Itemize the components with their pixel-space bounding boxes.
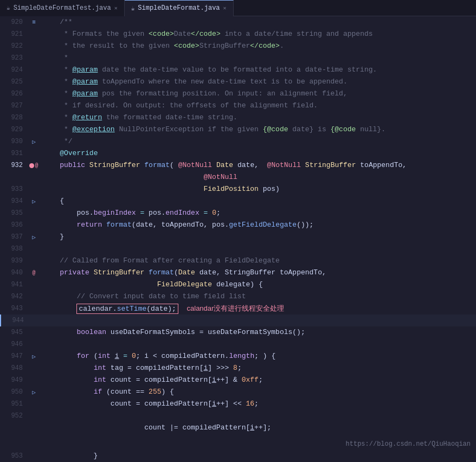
gutter-938 (27, 243, 41, 255)
gutter-922 (27, 40, 41, 52)
fold-icon-920[interactable]: ≡ (32, 19, 36, 25)
lines-wrapper: 920 ≡ /** 921 * Formats the given <code>… (0, 16, 476, 462)
java-icon-1: ☕ (7, 4, 10, 11)
code-951: count = compiledPattern[i++] << 16; (41, 398, 476, 410)
fold-icon-947[interactable]: ▷ (32, 353, 36, 360)
gutter-934: ▷ (27, 195, 41, 207)
fold-icon-950[interactable]: ▷ (32, 389, 36, 396)
gutter-948 (27, 362, 41, 374)
code-950: if (count == 255) { (41, 386, 476, 398)
line-921: 921 * Formats the given <code>Date</code… (0, 28, 476, 40)
linenum-932-cont (0, 171, 27, 183)
gutter-943 (27, 303, 41, 315)
fold-icon-930[interactable]: ▷ (32, 138, 36, 145)
linenum-921: 921 (0, 28, 27, 40)
gutter-931 (27, 147, 41, 159)
line-920: 920 ≡ /** (0, 16, 476, 28)
gutter-939 (27, 255, 41, 267)
line-951: 951 count = compiledPattern[i++] << 16; (0, 398, 476, 410)
code-930: */ (41, 136, 476, 147)
line-937: 937 ▷ } (0, 231, 476, 243)
gutter-925 (27, 76, 41, 88)
line-944: 944 (0, 315, 476, 326)
linenum-929: 929 (0, 124, 27, 136)
linenum-953: 953 (0, 450, 27, 462)
gutter-920: ≡ (27, 16, 41, 28)
debug-icon-940: @ (32, 270, 35, 276)
linenum-926: 926 (0, 88, 27, 100)
code-932: public StringBuffer format( @NotNull Dat… (41, 159, 476, 171)
code-935: pos.beginIndex = pos.endIndex = 0; (41, 207, 476, 219)
url-label: https://blog.csdn.net/QiuHaoqian (346, 438, 471, 450)
line-950: 950 ▷ if (count == 255) { (0, 386, 476, 398)
code-927: * if desired. On output: the offsets of … (41, 100, 476, 112)
linenum-946: 946 (0, 338, 27, 350)
tab-label-1: SimpleDateFormatTest.java (14, 4, 111, 12)
tab-close-1[interactable]: ✕ (114, 5, 118, 11)
line-946: 946 (0, 338, 476, 350)
linenum-943: 943 (0, 303, 27, 315)
java-icon-2: ☕ (131, 5, 135, 12)
code-938 (41, 243, 476, 255)
code-920: /** (41, 16, 476, 28)
linenum-944: 944 (1, 315, 28, 326)
code-926: * @param pos the formatting position. On… (41, 88, 476, 100)
gutter-924 (27, 64, 41, 76)
linenum-930: 930 (0, 136, 27, 147)
linenum-948: 948 (0, 362, 27, 374)
line-938: 938 (0, 243, 476, 255)
gutter-949 (27, 374, 41, 386)
breakpoint-932 (29, 163, 34, 168)
line-932-cont: @NotNull (0, 171, 476, 183)
line-941: 941 FieldDelegate delegate) { (0, 279, 476, 291)
debug-icon-932: @ (35, 163, 38, 169)
gutter-921 (27, 28, 41, 40)
tab-close-2[interactable]: ✕ (223, 5, 227, 11)
tab-simpledateformat[interactable]: ☕ SimpleDateFormat.java ✕ (125, 0, 234, 16)
gutter-940: @ (27, 267, 41, 279)
linenum-922: 922 (0, 40, 27, 52)
fold-icon-934[interactable]: ▷ (32, 198, 36, 205)
gutter-928 (27, 112, 41, 124)
linenum-935: 935 (0, 207, 27, 219)
gutter-944 (28, 315, 42, 326)
code-928: * @return the formatted date-time string… (41, 112, 476, 124)
line-940: 940 @ private StringBuffer format(Date d… (0, 267, 476, 279)
linenum-932: 932 (0, 159, 27, 171)
linenum-938: 938 (0, 243, 27, 255)
tab-label-2: SimpleDateFormat.java (138, 4, 220, 12)
tab-simpledateformattest[interactable]: ☕ SimpleDateFormatTest.java ✕ (0, 0, 125, 16)
line-942: 942 // Convert input date to time field … (0, 291, 476, 303)
gutter-950: ▷ (27, 386, 41, 398)
code-939: // Called from Format after creating a F… (41, 255, 476, 267)
line-952: 952 count |= compiledPattern[i++]; https… (0, 410, 476, 450)
warning-box: calendar.setTime(date); (76, 304, 178, 314)
fold-icon-937[interactable]: ▷ (32, 234, 36, 241)
linenum-940: 940 (0, 267, 27, 279)
code-953: } (41, 450, 476, 462)
linenum-927: 927 (0, 100, 27, 112)
line-926: 926 * @param pos the formatting position… (0, 88, 476, 100)
gutter-946 (27, 338, 41, 350)
gutter-937: ▷ (27, 231, 41, 243)
line-945: 945 boolean useDateFormatSymbols = useDa… (0, 326, 476, 338)
code-931: @Override (41, 147, 476, 159)
gutter-953 (27, 450, 41, 462)
line-923: 923 * (0, 52, 476, 64)
linenum-950: 950 (0, 386, 27, 398)
linenum-928: 928 (0, 112, 27, 124)
code-948: int tag = compiledPattern[i] >>> 8; (41, 362, 476, 374)
linenum-952: 952 (0, 410, 27, 450)
gutter-945 (27, 326, 41, 338)
code-940: private StringBuffer format(Date date, S… (41, 267, 476, 279)
linenum-924: 924 (0, 64, 27, 76)
gutter-951 (27, 398, 41, 410)
code-943: calendar.setTime(date); calandar没有进行线程安全… (41, 303, 476, 315)
gutter-932-cont (27, 171, 41, 183)
gutter-947: ▷ (27, 350, 41, 362)
code-932-cont: @NotNull (41, 171, 476, 183)
line-939: 939 // Called from Format after creating… (0, 255, 476, 267)
line-922: 922 * the result to the given <code>Stri… (0, 40, 476, 52)
code-941: FieldDelegate delegate) { (41, 279, 476, 291)
linenum-934: 934 (0, 195, 27, 207)
